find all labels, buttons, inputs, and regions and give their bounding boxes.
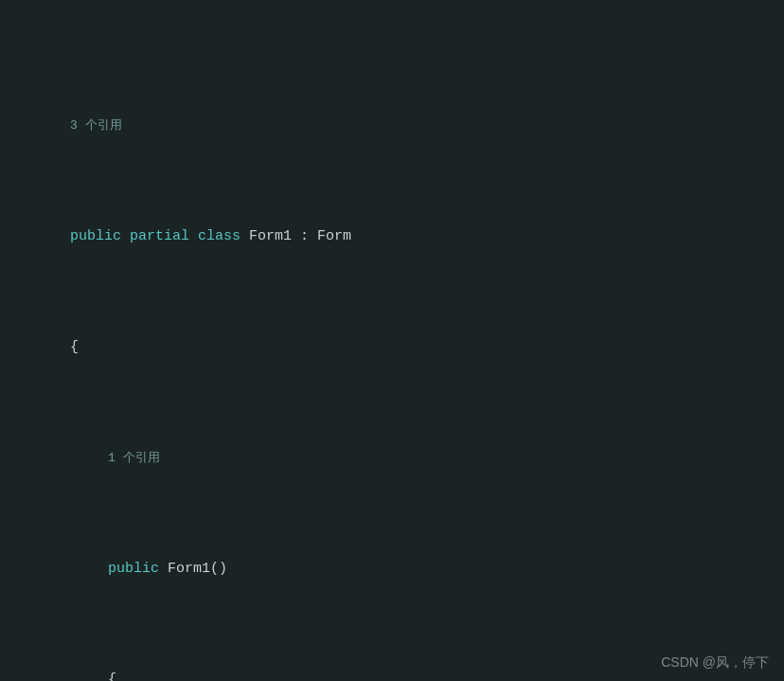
code-editor: 3 个引用 public partial class Form1 : Form … <box>0 0 784 681</box>
line-ref-1: 1 个引用 <box>19 424 784 447</box>
line-ref-top: 3 个引用 <box>19 92 784 115</box>
code-content: 3 个引用 public partial class Form1 : Form … <box>0 0 784 681</box>
line-constructor-decl: public Form1() <box>19 535 784 558</box>
watermark: CSDN @风，停下 <box>661 654 769 672</box>
line-class-decl: public partial class Form1 : Form <box>19 203 784 225</box>
line-open-brace-class: { <box>19 314 784 336</box>
